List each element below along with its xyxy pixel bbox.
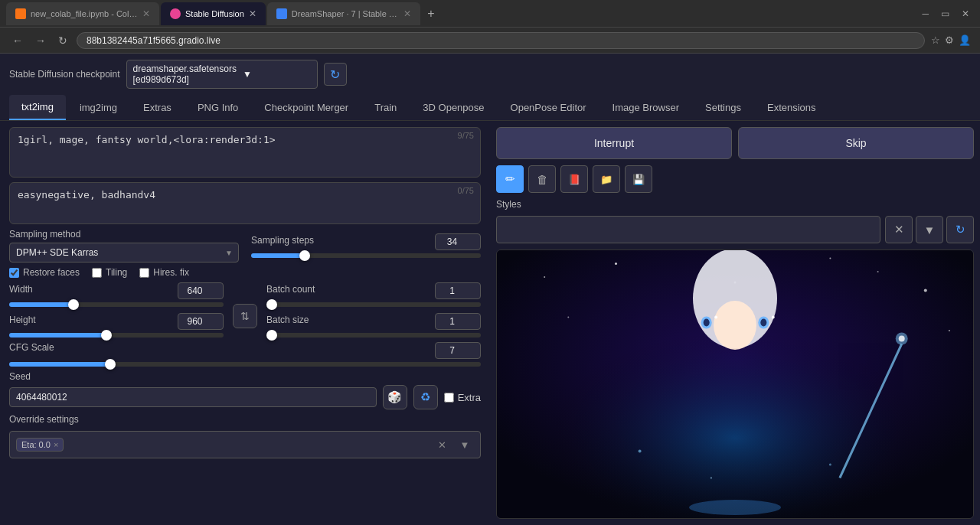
- styles-input[interactable]: [496, 216, 880, 243]
- url-input[interactable]: [77, 32, 925, 49]
- tab-close-sd[interactable]: ✕: [249, 8, 256, 19]
- window-controls: ─ ▭ ✕: [917, 8, 974, 19]
- height-header: Height: [9, 313, 224, 330]
- negative-char-count: 0/75: [458, 186, 474, 195]
- extra-checkbox-input[interactable]: [444, 393, 454, 403]
- cfg-scale-slider[interactable]: [9, 362, 481, 367]
- height-group: Height: [9, 313, 224, 338]
- interrupt-button[interactable]: Interrupt: [496, 127, 732, 159]
- positive-prompt-container: 9/75 1girl, mage, fantsy world,<lora:ren…: [9, 127, 481, 178]
- checkpoint-select[interactable]: dreamshaper.safetensors [ed989d673d] ▼: [126, 60, 318, 89]
- restore-faces-checkbox[interactable]: Restore faces: [9, 267, 80, 278]
- back-button[interactable]: ←: [9, 33, 26, 48]
- override-tag-value: Eta: 0.0: [21, 440, 51, 449]
- svg-point-4: [877, 271, 879, 272]
- sampling-method-select[interactable]: DPM++ SDE Karras: [9, 243, 239, 262]
- close-win-btn[interactable]: ✕: [957, 8, 974, 19]
- tab-3d-openpose[interactable]: 3D Openpose: [410, 96, 496, 119]
- tab-checkpoint-merger[interactable]: Checkpoint Merger: [252, 96, 361, 119]
- override-settings-section: Override settings Eta: 0.0 × ✕ ▼: [9, 414, 481, 458]
- restore-faces-input[interactable]: [9, 268, 19, 278]
- edit-tool-button[interactable]: ✏: [496, 165, 524, 193]
- height-slider[interactable]: [9, 333, 224, 338]
- svg-point-9: [949, 330, 950, 331]
- new-tab-button[interactable]: +: [422, 5, 440, 23]
- extensions-icon[interactable]: ⚙: [945, 34, 954, 46]
- batch-size-slider[interactable]: [266, 333, 481, 338]
- skip-button[interactable]: Skip: [738, 127, 974, 159]
- refresh-button[interactable]: ↻: [55, 33, 70, 48]
- override-clear-btn[interactable]: ✕: [433, 435, 451, 454]
- tab-image-browser[interactable]: Image Browser: [600, 96, 691, 119]
- star-icon[interactable]: ☆: [931, 34, 940, 46]
- browser-chrome: new_colab_file.ipynb - Colabora... ✕ Sta…: [0, 0, 980, 28]
- forward-button[interactable]: →: [32, 33, 49, 48]
- styles-clear-button[interactable]: ✕: [885, 216, 913, 243]
- height-input[interactable]: [178, 313, 224, 330]
- seed-input[interactable]: [9, 387, 377, 407]
- styles-dropdown-button[interactable]: ▼: [916, 216, 943, 243]
- override-dropdown-btn[interactable]: ▼: [456, 435, 474, 454]
- maximize-btn[interactable]: ▭: [936, 8, 954, 19]
- override-tag-close[interactable]: ×: [54, 440, 58, 449]
- folder-red-tool-button[interactable]: 📕: [560, 165, 588, 193]
- tab-settings[interactable]: Settings: [693, 96, 753, 119]
- batch-count-input[interactable]: [435, 282, 481, 299]
- tab-txt2img[interactable]: txt2img: [9, 95, 66, 120]
- styles-section: Styles ✕ ▼ ↻: [496, 199, 974, 243]
- tiling-input[interactable]: [92, 268, 102, 278]
- negative-prompt-input[interactable]: easynegative, badhandv4: [10, 183, 480, 221]
- checkpoint-dropdown-icon: ▼: [243, 69, 311, 80]
- sampling-steps-input[interactable]: [435, 233, 481, 250]
- cfg-scale-group: CFG Scale: [9, 342, 481, 367]
- minimize-btn[interactable]: ─: [917, 8, 933, 19]
- tab-close-colab[interactable]: ✕: [142, 8, 150, 19]
- sampling-method-group: Sampling method DPM++ SDE Karras: [9, 229, 239, 262]
- width-input[interactable]: [178, 282, 224, 299]
- svg-point-5: [924, 289, 927, 292]
- hires-fix-label: Hires. fix: [153, 267, 189, 278]
- cfg-scale-input[interactable]: [435, 342, 481, 359]
- styles-input-row: ✕ ▼ ↻: [496, 216, 974, 243]
- svg-point-21: [689, 500, 781, 515]
- hires-fix-checkbox[interactable]: Hires. fix: [139, 267, 189, 278]
- image-output: ✕: [496, 249, 974, 519]
- nav-tabs: txt2img img2img Extras PNG Info Checkpoi…: [0, 95, 980, 121]
- save-tool-button[interactable]: 💾: [625, 165, 652, 193]
- tiling-checkbox[interactable]: Tiling: [92, 267, 127, 278]
- tab-bar: new_colab_file.ipynb - Colabora... ✕ Sta…: [6, 2, 914, 25]
- tab-extensions[interactable]: Extensions: [755, 96, 828, 119]
- tab-img2img[interactable]: img2img: [67, 96, 129, 119]
- folder-tool-button[interactable]: 📁: [593, 165, 620, 193]
- tab-stable-diffusion[interactable]: Stable Diffusion ✕: [161, 2, 266, 25]
- batch-size-input[interactable]: [435, 313, 481, 330]
- main-content: 9/75 1girl, mage, fantsy world,<lora:ren…: [0, 121, 980, 525]
- tab-pnginfo[interactable]: PNG Info: [185, 96, 250, 119]
- trash-tool-button[interactable]: 🗑: [528, 165, 556, 193]
- seed-recycle-button[interactable]: ♻: [413, 385, 438, 409]
- extra-checkbox[interactable]: Extra: [444, 392, 481, 403]
- checkpoint-refresh-button[interactable]: ↻: [324, 63, 347, 86]
- svg-point-14: [704, 319, 710, 327]
- steps-header: Sampling steps: [251, 233, 481, 250]
- batch-count-slider[interactable]: [266, 302, 481, 307]
- seed-label: Seed: [9, 371, 481, 382]
- tab-colab[interactable]: new_colab_file.ipynb - Colabora... ✕: [6, 2, 159, 25]
- width-slider[interactable]: [9, 302, 224, 307]
- seed-dice-button[interactable]: 🎲: [383, 385, 407, 409]
- sampling-steps-slider[interactable]: [251, 253, 481, 258]
- dimensions-row: Width Height ⇅: [9, 282, 481, 338]
- app-container: Stable Diffusion checkpoint dreamshaper.…: [0, 54, 980, 525]
- swap-dimensions-button[interactable]: ⇅: [233, 304, 257, 328]
- account-icon[interactable]: 👤: [959, 34, 971, 46]
- positive-prompt-input[interactable]: 1girl, mage, fantsy world,<lora:render3d…: [10, 128, 480, 174]
- tab-close-ds[interactable]: ✕: [403, 8, 411, 19]
- tab-dreamshaper[interactable]: DreamShaper · 7 | Stable Diffuso... ✕: [267, 2, 420, 25]
- styles-refresh-button[interactable]: ↻: [946, 216, 974, 243]
- height-label: Height: [9, 315, 36, 325]
- hires-fix-input[interactable]: [139, 268, 149, 278]
- tab-openpose-editor[interactable]: OpenPose Editor: [498, 96, 599, 119]
- tab-train[interactable]: Train: [362, 96, 409, 119]
- batch-size-label: Batch size: [266, 315, 309, 325]
- tab-extras[interactable]: Extras: [131, 96, 184, 119]
